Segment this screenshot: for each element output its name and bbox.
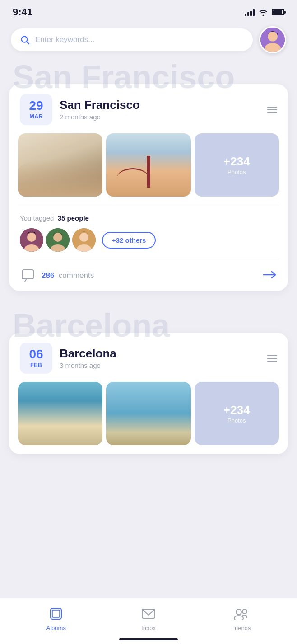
comments-left: 286 comments (20, 268, 94, 284)
comments-count-sf: 286 comments (42, 271, 94, 280)
photo-thumb-bcn-1[interactable] (18, 382, 102, 445)
date-month-bcn: FEB (27, 362, 45, 368)
menu-line (267, 361, 277, 362)
photo-grid-bcn: +234 Photos (9, 382, 288, 454)
card-title-area-sf: San Francisco 2 months ago (60, 99, 260, 121)
comment-icon (20, 268, 36, 284)
status-icons (245, 9, 284, 16)
card-time-bcn: 3 months ago (60, 362, 260, 369)
others-button-sf[interactable]: +32 others (102, 232, 156, 249)
date-badge-bcn: 06 FEB (20, 343, 52, 374)
search-area: Enter keywords... (0, 22, 297, 61)
photo-thumb-bcn-2[interactable] (106, 382, 190, 445)
nav-friends[interactable]: Friends (231, 606, 251, 631)
battery-icon (272, 9, 284, 15)
tagged-section-sf: You tagged 35 people (9, 206, 288, 260)
menu-line (267, 358, 277, 359)
card-city-bcn: Barcelona (60, 347, 260, 360)
photo-more-label-sf: Photos (227, 169, 246, 175)
nav-friends-label: Friends (231, 625, 251, 631)
comments-arrow[interactable] (263, 270, 277, 282)
photo-more-label-bcn: Photos (227, 417, 246, 424)
svg-line-1 (27, 42, 29, 44)
nav-inbox-label: Inbox (141, 625, 156, 631)
photo-more-sf[interactable]: +234 Photos (195, 133, 279, 197)
menu-button-sf[interactable] (267, 107, 277, 113)
svg-point-12 (79, 233, 88, 242)
card-time-sf: 2 months ago (60, 113, 260, 121)
date-month-sf: MAR (27, 113, 45, 120)
wifi-icon (258, 9, 268, 16)
card-title-area-bcn: Barcelona 3 months ago (60, 347, 260, 370)
nav-albums[interactable]: Albums (46, 606, 66, 631)
tagged-count: 35 people (58, 214, 89, 222)
user-avatar[interactable] (259, 26, 286, 53)
svg-point-9 (53, 233, 62, 242)
person-avatar-2[interactable] (46, 228, 70, 252)
nav-inbox[interactable]: Inbox (140, 606, 157, 631)
photo-thumb-sf-2[interactable] (106, 133, 190, 197)
menu-line (267, 355, 277, 356)
card-city-sf: San Francisco (60, 99, 260, 112)
search-bar[interactable]: Enter keywords... (11, 28, 253, 51)
comments-number: 286 (42, 271, 54, 280)
search-placeholder-text: Enter keywords... (35, 35, 94, 44)
svg-point-19 (236, 609, 241, 615)
menu-line (267, 107, 277, 108)
svg-point-6 (27, 233, 36, 242)
date-day-sf: 29 (27, 99, 45, 112)
svg-point-21 (242, 609, 247, 614)
svg-rect-17 (52, 610, 60, 617)
menu-line (267, 109, 277, 110)
date-badge-sf: 29 MAR (20, 94, 52, 125)
svg-point-20 (234, 616, 243, 620)
inbox-icon (140, 606, 157, 622)
comments-label: comments (59, 271, 94, 280)
bottom-nav: Albums Inbox Friends (0, 598, 297, 644)
photo-more-count-sf: +234 (223, 155, 250, 169)
svg-point-3 (268, 32, 278, 42)
tagged-people-sf: +32 others (20, 228, 277, 252)
person-avatar-1[interactable] (20, 228, 43, 252)
status-time: 9:41 (13, 6, 32, 18)
svg-rect-14 (22, 270, 34, 279)
photo-thumb-sf-1[interactable] (18, 133, 102, 197)
nav-albums-label: Albums (46, 625, 66, 631)
tagged-text-sf: You tagged 35 people (20, 214, 277, 222)
person-avatar-3[interactable] (72, 228, 96, 252)
date-day-bcn: 06 (27, 348, 45, 361)
comments-section-sf[interactable]: 286 comments (9, 260, 288, 291)
photo-grid-sf: +234 Photos (9, 133, 288, 206)
friends-icon (233, 606, 249, 622)
menu-button-bcn[interactable] (267, 355, 277, 362)
photo-more-bcn[interactable]: +234 Photos (195, 382, 279, 445)
search-icon (20, 35, 30, 45)
tagged-prefix: You tagged (20, 214, 54, 222)
status-bar: 9:41 (0, 0, 297, 22)
album-card-bcn: 06 FEB Barcelona 3 months ago +234 Photo… (9, 333, 288, 454)
signal-icon (245, 9, 255, 16)
albums-icon (48, 606, 64, 622)
album-card-sf: 29 MAR San Francisco 2 months ago +234 P… (9, 84, 288, 291)
home-indicator (119, 638, 178, 640)
photo-more-count-bcn: +234 (223, 403, 250, 417)
menu-line (267, 112, 277, 113)
